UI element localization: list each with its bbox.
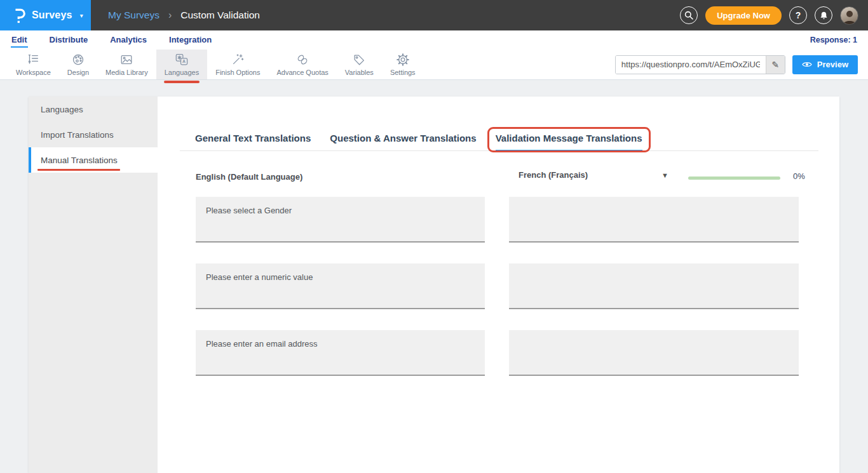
toolbar-item-advance-quotas[interactable]: Advance Quotas [268,50,336,79]
languages-panel: Languages Import Translations Manual Tra… [29,97,839,473]
target-text-email-input[interactable] [509,330,799,376]
chevron-down-icon: ▼ [661,171,668,179]
media-library-icon [119,53,133,67]
breadcrumb-separator-icon: › [168,10,172,21]
tab-validation-message-translations[interactable]: Validation Message Translations [496,133,642,152]
design-icon [71,53,85,67]
toolbar-right: ✎ Preview [615,50,868,79]
edit-toolbar: Workspace Design Media Library A Languag… [0,50,868,80]
sidebar-item-languages[interactable]: Languages [29,97,158,122]
source-text-email: Please enter an email address [196,330,485,376]
workspace-icon [26,53,40,67]
target-language-select[interactable]: French (Français) ▼ [519,170,668,180]
toolbar-item-settings[interactable]: Settings [382,50,424,79]
avatar[interactable] [840,6,858,25]
questionpro-logo-icon [13,6,25,24]
translation-progress-percent: 0% [793,171,805,181]
toolbar-item-media-library[interactable]: Media Library [97,50,156,79]
pencil-icon: ✎ [771,60,779,70]
languages-icon: A [175,53,189,67]
help-button[interactable]: ? [789,6,807,24]
help-icon: ? [796,10,801,20]
breadcrumb: My Surveys › Custom Validation [108,10,260,21]
product-switcher[interactable]: Surveys ▾ [0,0,91,30]
target-language-label: French (Français) [519,170,588,180]
manual-translations-panel: General Text Translations Question & Ans… [158,97,839,473]
survey-nav: Edit Distribute Analytics Integration Re… [0,30,868,50]
target-text-gender-input[interactable] [509,197,799,243]
toolbar-item-finish-options[interactable]: Finish Options [207,50,268,79]
translation-progress-bar [688,177,780,180]
survey-url-input[interactable] [616,56,766,74]
target-text-numeric-input[interactable] [509,263,799,309]
translation-row: Please enter an email address [196,330,799,376]
advance-quotas-icon [295,53,309,67]
nav-tab-analytics[interactable]: Analytics [109,33,147,48]
search-button[interactable] [680,6,698,24]
nav-tab-distribute[interactable]: Distribute [49,33,89,48]
variables-icon [352,53,366,67]
topbar-actions: Upgrade Now ? [680,6,868,25]
product-label: Surveys [32,10,72,21]
source-text-numeric: Please enter a numeric value [196,263,485,309]
upgrade-now-button[interactable]: Upgrade Now [705,6,782,25]
breadcrumb-current: Custom Validation [180,10,260,21]
response-count[interactable]: Response: 1 [810,36,857,44]
annotation-underline-manual-translations [37,169,120,171]
breadcrumb-my-surveys[interactable]: My Surveys [108,10,159,21]
translation-row: Please select a Gender [196,197,799,243]
nav-tab-integration[interactable]: Integration [168,33,212,48]
translation-row: Please enter a numeric value [196,263,799,309]
bell-icon [820,11,828,20]
toolbar-item-design[interactable]: Design [59,50,97,79]
settings-icon [396,53,410,67]
sidebar-item-import-translations[interactable]: Import Translations [29,122,158,147]
preview-button[interactable]: Preview [792,55,858,74]
toolbar-item-workspace[interactable]: Workspace [8,50,59,79]
source-language-label: English (Default Language) [196,172,302,182]
finish-options-icon [231,53,245,67]
notifications-button[interactable] [815,6,832,24]
tab-general-text-translations[interactable]: General Text Translations [195,133,311,152]
nav-tab-edit[interactable]: Edit [11,33,28,48]
source-text-gender: Please select a Gender [196,197,485,243]
chevron-down-icon: ▾ [80,12,83,19]
eye-icon [802,61,812,68]
sidebar-item-manual-translations[interactable]: Manual Translations [29,147,158,173]
translation-tabs: General Text Translations Question & Ans… [180,130,818,151]
top-bar: Surveys ▾ My Surveys › Custom Validation… [0,0,868,30]
annotation-underline-languages [164,81,200,83]
tab-question-answer-translations[interactable]: Question & Answer Translations [330,133,476,152]
languages-sidebar: Languages Import Translations Manual Tra… [29,97,158,473]
svg-text:A: A [182,59,186,63]
survey-url-group: ✎ [615,55,785,74]
edit-url-button[interactable]: ✎ [766,56,785,74]
toolbar-item-languages[interactable]: A Languages [156,50,207,79]
search-icon [684,11,693,20]
toolbar-item-variables[interactable]: Variables [337,50,382,79]
